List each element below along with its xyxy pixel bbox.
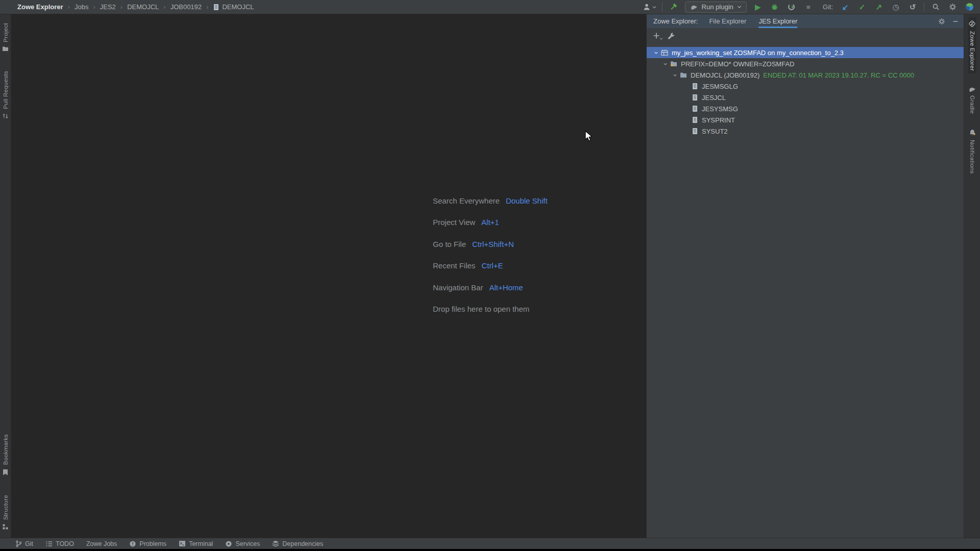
add-button[interactable] <box>653 32 660 39</box>
left-tool-stripe: Project Pull Requests Bookmarks Structur… <box>0 14 11 538</box>
search-everywhere-button[interactable] <box>930 2 941 13</box>
tree-row-spool-file[interactable]: JESYSMSG <box>647 103 964 114</box>
toolbar-divider <box>924 3 924 11</box>
gradle-icon <box>968 86 976 92</box>
structure-icon <box>2 523 9 530</box>
profiler-button[interactable] <box>786 2 797 13</box>
breadcrumb-item[interactable]: JES2 <box>88 3 115 11</box>
tree-row-label: PREFIX=DEMO* OWNER=ZOSMFAD <box>681 60 794 68</box>
tree-row-prefix-filter[interactable]: PREFIX=DEMO* OWNER=ZOSMFAD <box>647 58 964 69</box>
shortcut-hint-row: Go to File Ctrl+Shift+N <box>433 233 548 255</box>
shortcut-hint-row: Navigation Bar Alt+Home <box>433 277 548 298</box>
stripe-tab-gradle[interactable]: Gradle <box>968 84 976 116</box>
zowe-explorer-tool-window: Zowe Explorer: File Explorer JES Explore… <box>646 14 964 538</box>
chevron-expanded-icon[interactable] <box>661 61 670 67</box>
services-icon <box>225 540 232 547</box>
mouse-cursor <box>585 131 594 143</box>
tab-jes-explorer[interactable]: JES Explorer <box>758 14 797 28</box>
gradle-icon <box>690 4 698 10</box>
toolbar-divider <box>662 3 663 11</box>
tool-window-toolbar <box>647 28 964 43</box>
debug-bug-icon <box>771 3 778 11</box>
git-push-button[interactable]: ↗ <box>873 2 885 13</box>
breadcrumb-item[interactable]: Jobs <box>63 3 89 11</box>
spool-file-icon <box>691 116 699 123</box>
user-account-button[interactable] <box>643 2 656 13</box>
chevron-down-icon <box>737 5 742 9</box>
tree-row-spool-file[interactable]: JESMSGLG <box>647 81 964 92</box>
todo-icon <box>45 541 53 547</box>
spool-file-icon <box>691 128 699 135</box>
gear-icon[interactable] <box>938 18 945 25</box>
tree-row-label: JESYSMSG <box>702 105 738 113</box>
chevron-expanded-icon[interactable] <box>652 50 660 56</box>
spool-file-icon <box>691 83 699 90</box>
folder-icon <box>679 72 688 78</box>
git-commit-button[interactable]: ✓ <box>856 2 868 13</box>
tree-row-working-set[interactable]: my_jes_working_set ZOSMFAD on my_connect… <box>647 47 964 58</box>
stripe-tab-pull-requests[interactable]: Pull Requests <box>2 68 9 122</box>
stripe-tab-bookmarks[interactable]: Bookmarks <box>2 432 9 478</box>
bookmarks-icon <box>3 469 8 475</box>
ide-window: Zowe Explorer Jobs JES2 DEMOJCL JOB00192… <box>0 0 980 551</box>
wrench-button[interactable] <box>668 32 675 39</box>
breadcrumb-item[interactable]: DEMOJCL <box>202 3 254 11</box>
hammer-icon <box>669 3 678 11</box>
statusbar-git[interactable]: Git <box>15 540 33 547</box>
problems-icon <box>129 540 136 547</box>
chevron-down-icon <box>659 37 663 40</box>
stripe-tab-zowe-explorer[interactable]: Zowe Explorer <box>968 17 976 73</box>
tree-row-spool-file[interactable]: JESJCL <box>647 92 964 103</box>
statusbar-todo[interactable]: TODO <box>45 540 74 547</box>
jes-explorer-tree: my_jes_working_set ZOSMFAD on my_connect… <box>647 43 964 137</box>
pull-requests-icon <box>2 113 9 119</box>
chevron-expanded-icon[interactable] <box>671 72 679 78</box>
git-branch-icon <box>15 540 22 547</box>
tree-row-label: my_jes_working_set ZOSMFAD on my_connect… <box>672 49 844 57</box>
tree-row-spool-file[interactable]: SYSPRINT <box>647 114 964 126</box>
profiler-icon <box>788 3 795 11</box>
file-icon <box>213 4 219 11</box>
spool-file-icon <box>691 94 699 101</box>
stripe-tab-project[interactable]: Project <box>2 20 9 54</box>
build-button[interactable] <box>668 2 679 13</box>
settings-button[interactable] <box>947 2 958 13</box>
tab-file-explorer[interactable]: File Explorer <box>709 14 746 28</box>
tree-row-spool-file[interactable]: SYSUT2 <box>647 126 964 137</box>
project-folder-icon <box>2 46 9 52</box>
filtered-folder-icon <box>670 61 678 67</box>
breadcrumb-item[interactable]: DEMOJCL <box>116 3 159 11</box>
statusbar-problems[interactable]: Problems <box>129 540 166 547</box>
statusbar-zowe-jobs[interactable]: Zowe Jobs <box>86 540 117 547</box>
breadcrumb-item[interactable]: Zowe Explorer <box>17 3 63 11</box>
terminal-icon <box>179 540 186 547</box>
avatar-sphere-button[interactable] <box>964 2 975 13</box>
breadcrumb-item[interactable]: JOB00192 <box>159 3 202 11</box>
shortcut-hint-row: Search Everywhere Double Shift <box>433 190 548 212</box>
drop-files-hint: Drop files here to open them <box>433 298 548 320</box>
statusbar-terminal[interactable]: Terminal <box>179 540 213 547</box>
run-button[interactable]: ▶ <box>752 2 764 13</box>
editor-shortcut-hints: Search Everywhere Double Shift Project V… <box>433 190 548 320</box>
git-update-button[interactable]: ↙ <box>840 2 851 13</box>
stripe-tab-notifications[interactable]: Notifications <box>968 127 976 177</box>
main-toolbar: Zowe Explorer Jobs JES2 DEMOJCL JOB00192… <box>0 0 980 14</box>
tree-row-label: SYSPRINT <box>702 116 735 124</box>
tree-row-job[interactable]: DEMOJCL (JOB00192) ENDED AT: 01 MAR 2023… <box>647 69 964 81</box>
stripe-tab-structure[interactable]: Structure <box>2 492 9 533</box>
tool-window-header: Zowe Explorer: File Explorer JES Explore… <box>647 14 964 28</box>
debug-button[interactable] <box>769 2 780 13</box>
statusbar-services[interactable]: Services <box>225 540 260 547</box>
search-icon <box>932 3 940 11</box>
editor-empty-area <box>12 15 646 538</box>
gear-icon <box>949 3 957 11</box>
right-tool-stripe: Zowe Explorer Gradle Notifications <box>964 14 980 538</box>
stop-button[interactable]: ■ <box>803 2 814 13</box>
history-button[interactable]: ◷ <box>890 2 901 13</box>
shortcut-hint-row: Project View Alt+1 <box>433 212 548 234</box>
run-configuration-select[interactable]: Run plugin <box>685 2 747 13</box>
rollback-button[interactable]: ↺ <box>907 2 918 13</box>
minimize-icon[interactable] <box>952 18 959 24</box>
statusbar-dependencies[interactable]: Dependencies <box>272 540 323 547</box>
plus-icon <box>653 32 660 39</box>
